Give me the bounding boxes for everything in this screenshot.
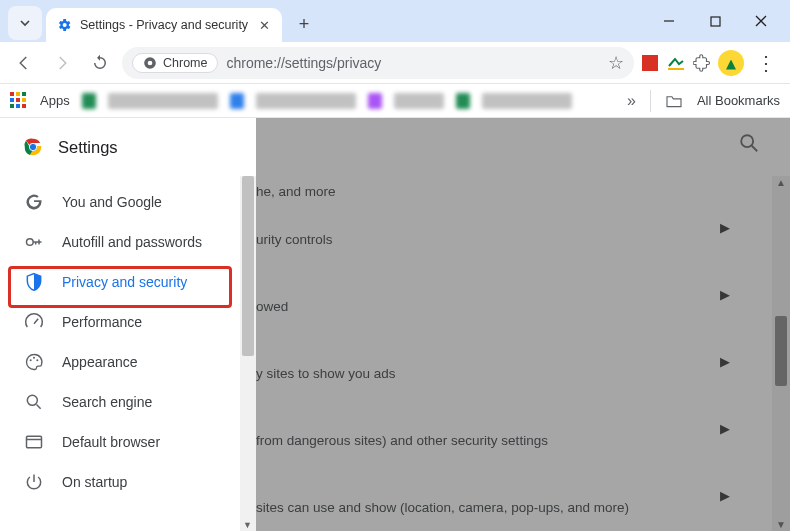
svg-point-3 <box>148 60 153 65</box>
sidebar-item-label: Default browser <box>62 434 160 450</box>
sidebar-item-label: Autofill and passwords <box>62 234 202 250</box>
settings-title: Settings <box>58 138 118 157</box>
bookmark-item[interactable] <box>230 93 244 109</box>
bookmarks-bar: Apps » All Bookmarks <box>0 84 790 118</box>
svg-point-8 <box>27 239 34 246</box>
window-close-button[interactable] <box>738 6 784 36</box>
sidebar-item-on-startup[interactable]: On startup <box>0 462 242 502</box>
title-bar: Settings - Privacy and security ✕ + <box>0 0 790 42</box>
sidebar-item-performance[interactable]: Performance <box>0 302 242 342</box>
sidebar-item-you-and-google[interactable]: You and Google <box>0 182 242 222</box>
svg-point-11 <box>36 359 38 361</box>
gear-icon <box>56 17 72 33</box>
maximize-button[interactable] <box>692 6 738 36</box>
apps-button[interactable] <box>10 92 28 110</box>
bookmark-item[interactable] <box>108 93 218 109</box>
shield-icon <box>24 272 44 292</box>
bookmark-item[interactable] <box>482 93 572 109</box>
scrollbar-thumb[interactable] <box>242 176 254 356</box>
palette-icon <box>24 352 44 372</box>
google-g-icon <box>24 192 44 212</box>
extension-icon-2[interactable] <box>666 53 686 73</box>
browser-icon <box>24 432 44 452</box>
extensions-button[interactable] <box>692 53 712 73</box>
address-bar[interactable]: Chrome chrome://settings/privacy ☆ <box>122 47 634 79</box>
bookmark-item[interactable] <box>256 93 356 109</box>
bookmark-star-button[interactable]: ☆ <box>608 52 624 74</box>
svg-point-12 <box>27 395 37 405</box>
new-tab-button[interactable]: + <box>290 10 318 38</box>
tab-close-button[interactable]: ✕ <box>256 17 272 33</box>
sidebar-item-appearance[interactable]: Appearance <box>0 342 242 382</box>
folder-icon <box>665 94 683 108</box>
chrome-logo-icon <box>22 136 44 158</box>
settings-header: Settings <box>0 118 256 176</box>
bookmark-item[interactable] <box>456 93 470 109</box>
sidebar-item-autofill[interactable]: Autofill and passwords <box>0 222 242 262</box>
browser-tab[interactable]: Settings - Privacy and security ✕ <box>46 8 282 42</box>
bookmark-item[interactable] <box>82 93 96 109</box>
sidebar-item-label: Privacy and security <box>62 274 187 290</box>
chevron-down-icon <box>19 17 31 29</box>
chip-label: Chrome <box>163 56 207 70</box>
reload-button[interactable] <box>84 47 116 79</box>
settings-sidebar: Settings You and Google Autofill and pas… <box>0 118 256 531</box>
minimize-button[interactable] <box>646 6 692 36</box>
sidebar-scrollbar[interactable]: ▲ ▼ <box>240 176 256 531</box>
dim-overlay <box>256 118 790 531</box>
search-icon <box>24 392 44 412</box>
forward-button[interactable] <box>46 47 78 79</box>
key-icon <box>24 232 44 252</box>
profile-button[interactable] <box>718 50 744 76</box>
toolbar: Chrome chrome://settings/privacy ☆ ⋮ <box>0 42 790 84</box>
svg-point-10 <box>33 357 35 359</box>
sidebar-item-label: Search engine <box>62 394 152 410</box>
all-bookmarks-button[interactable]: All Bookmarks <box>697 93 780 108</box>
svg-rect-13 <box>27 436 42 448</box>
bookmark-item[interactable] <box>394 93 444 109</box>
bookmark-item[interactable] <box>368 93 382 109</box>
bookmarks-overflow-button[interactable]: » <box>627 92 636 110</box>
extension-icon-1[interactable] <box>640 53 660 73</box>
chrome-menu-button[interactable]: ⋮ <box>750 47 782 79</box>
sidebar-item-privacy-security[interactable]: Privacy and security <box>0 262 242 302</box>
svg-rect-1 <box>711 17 720 26</box>
sidebar-item-default-browser[interactable]: Default browser <box>0 422 242 462</box>
main-content: he, and more urity controls▶ owed▶ y sit… <box>256 118 790 531</box>
back-button[interactable] <box>8 47 40 79</box>
sidebar-item-label: Performance <box>62 314 142 330</box>
tab-title: Settings - Privacy and security <box>80 18 248 32</box>
sidebar-item-label: You and Google <box>62 194 162 210</box>
chrome-icon <box>143 56 157 70</box>
sidebar-item-label: On startup <box>62 474 127 490</box>
power-icon <box>24 472 44 492</box>
sidebar-item-search-engine[interactable]: Search engine <box>0 382 242 422</box>
apps-label[interactable]: Apps <box>40 93 70 108</box>
tab-search-button[interactable] <box>8 6 42 40</box>
url-text: chrome://settings/privacy <box>226 55 381 71</box>
divider <box>650 90 651 112</box>
speedometer-icon <box>24 312 44 332</box>
sidebar-item-label: Appearance <box>62 354 138 370</box>
site-chip[interactable]: Chrome <box>132 53 218 73</box>
svg-point-9 <box>30 359 32 361</box>
